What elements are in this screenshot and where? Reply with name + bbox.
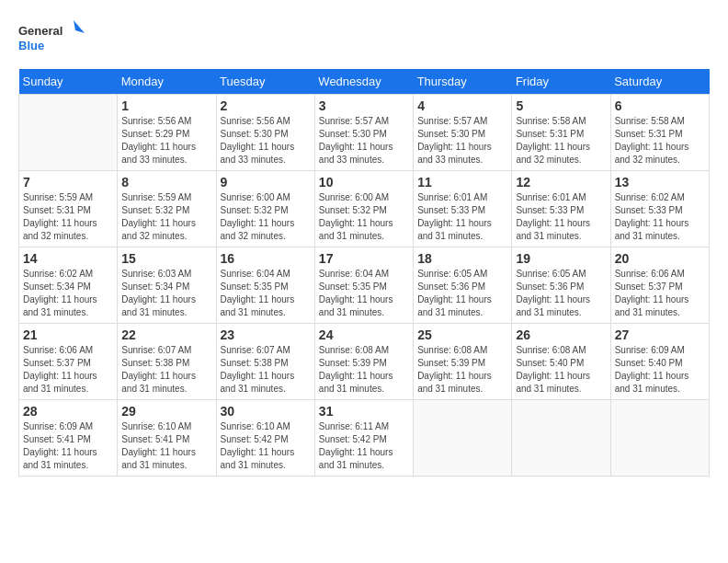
day-info: Sunrise: 6:04 AMSunset: 5:35 PMDaylight:…	[221, 268, 311, 319]
day-number: 9	[221, 175, 311, 190]
day-number: 18	[417, 251, 507, 266]
day-info: Sunrise: 6:05 AMSunset: 5:36 PMDaylight:…	[417, 268, 507, 319]
day-info: Sunrise: 5:58 AMSunset: 5:31 PMDaylight:…	[615, 115, 705, 167]
day-info: Sunrise: 6:00 AMSunset: 5:32 PMDaylight:…	[319, 191, 409, 243]
day-info: Sunrise: 6:08 AMSunset: 5:39 PMDaylight:…	[417, 344, 507, 396]
calendar-week-row: 7Sunrise: 5:59 AMSunset: 5:31 PMDaylight…	[19, 171, 710, 247]
calendar-cell: 21Sunrise: 6:06 AMSunset: 5:37 PMDayligh…	[19, 324, 118, 400]
day-number: 4	[417, 98, 507, 113]
page-header: General Blue	[18, 18, 710, 60]
day-number: 22	[121, 327, 211, 342]
svg-text:General: General	[18, 24, 63, 38]
day-info: Sunrise: 6:11 AMSunset: 5:42 PMDaylight:…	[319, 420, 409, 472]
day-number: 1	[121, 98, 211, 113]
calendar-cell: 14Sunrise: 6:02 AMSunset: 5:34 PMDayligh…	[19, 247, 118, 324]
calendar-week-row: 14Sunrise: 6:02 AMSunset: 5:34 PMDayligh…	[19, 247, 710, 324]
day-info: Sunrise: 6:10 AMSunset: 5:41 PMDaylight:…	[121, 420, 211, 472]
day-info: Sunrise: 6:07 AMSunset: 5:38 PMDaylight:…	[121, 344, 211, 396]
weekday-header-wednesday: Wednesday	[314, 69, 413, 95]
day-number: 11	[417, 175, 507, 190]
calendar-cell: 10Sunrise: 6:00 AMSunset: 5:32 PMDayligh…	[314, 171, 413, 247]
calendar-cell: 9Sunrise: 6:00 AMSunset: 5:32 PMDaylight…	[216, 171, 314, 247]
day-number: 26	[516, 327, 606, 342]
day-info: Sunrise: 6:09 AMSunset: 5:40 PMDaylight:…	[615, 344, 705, 396]
logo: General Blue	[18, 18, 92, 60]
day-info: Sunrise: 6:02 AMSunset: 5:34 PMDaylight:…	[23, 268, 113, 319]
calendar-table: SundayMondayTuesdayWednesdayThursdayFrid…	[18, 69, 710, 477]
day-number: 13	[615, 175, 705, 190]
day-info: Sunrise: 5:58 AMSunset: 5:31 PMDaylight:…	[516, 115, 606, 167]
day-info: Sunrise: 6:01 AMSunset: 5:33 PMDaylight:…	[516, 191, 606, 243]
day-number: 29	[121, 404, 211, 419]
calendar-cell: 13Sunrise: 6:02 AMSunset: 5:33 PMDayligh…	[610, 171, 709, 247]
day-info: Sunrise: 6:02 AMSunset: 5:33 PMDaylight:…	[615, 191, 705, 243]
day-number: 8	[121, 175, 211, 190]
day-info: Sunrise: 6:08 AMSunset: 5:40 PMDaylight:…	[516, 344, 606, 396]
day-number: 19	[516, 251, 606, 266]
day-number: 30	[221, 404, 311, 419]
calendar-cell: 5Sunrise: 5:58 AMSunset: 5:31 PMDaylight…	[512, 95, 610, 171]
calendar-cell: 1Sunrise: 5:56 AMSunset: 5:29 PMDaylight…	[118, 95, 216, 171]
day-number: 16	[221, 251, 311, 266]
calendar-cell: 28Sunrise: 6:09 AMSunset: 5:41 PMDayligh…	[19, 400, 118, 477]
calendar-cell: 4Sunrise: 5:57 AMSunset: 5:30 PMDaylight…	[414, 95, 512, 171]
weekday-header-thursday: Thursday	[414, 69, 512, 95]
calendar-cell: 26Sunrise: 6:08 AMSunset: 5:40 PMDayligh…	[512, 324, 610, 400]
day-number: 15	[121, 251, 211, 266]
day-info: Sunrise: 6:05 AMSunset: 5:36 PMDaylight:…	[516, 268, 606, 319]
calendar-cell: 2Sunrise: 5:56 AMSunset: 5:30 PMDaylight…	[216, 95, 314, 171]
day-info: Sunrise: 6:04 AMSunset: 5:35 PMDaylight:…	[319, 268, 409, 319]
calendar-cell: 25Sunrise: 6:08 AMSunset: 5:39 PMDayligh…	[414, 324, 512, 400]
day-info: Sunrise: 5:56 AMSunset: 5:29 PMDaylight:…	[121, 115, 211, 167]
day-info: Sunrise: 6:10 AMSunset: 5:42 PMDaylight:…	[221, 420, 311, 472]
day-number: 10	[319, 175, 409, 190]
calendar-cell: 3Sunrise: 5:57 AMSunset: 5:30 PMDaylight…	[314, 95, 413, 171]
calendar-cell	[414, 400, 512, 477]
calendar-week-row: 21Sunrise: 6:06 AMSunset: 5:37 PMDayligh…	[19, 324, 710, 400]
day-number: 7	[23, 175, 113, 190]
calendar-cell: 24Sunrise: 6:08 AMSunset: 5:39 PMDayligh…	[314, 324, 413, 400]
day-number: 25	[417, 327, 507, 342]
day-info: Sunrise: 5:57 AMSunset: 5:30 PMDaylight:…	[417, 115, 507, 167]
calendar-cell	[610, 400, 709, 477]
svg-text:Blue: Blue	[18, 39, 44, 52]
weekday-header-sunday: Sunday	[19, 69, 118, 95]
calendar-cell: 17Sunrise: 6:04 AMSunset: 5:35 PMDayligh…	[314, 247, 413, 324]
day-info: Sunrise: 6:06 AMSunset: 5:37 PMDaylight:…	[23, 344, 113, 396]
calendar-cell: 12Sunrise: 6:01 AMSunset: 5:33 PMDayligh…	[512, 171, 610, 247]
calendar-week-row: 1Sunrise: 5:56 AMSunset: 5:29 PMDaylight…	[19, 95, 710, 171]
weekday-header-friday: Friday	[512, 69, 610, 95]
calendar-cell: 6Sunrise: 5:58 AMSunset: 5:31 PMDaylight…	[610, 95, 709, 171]
day-info: Sunrise: 6:03 AMSunset: 5:34 PMDaylight:…	[121, 268, 211, 319]
day-info: Sunrise: 5:56 AMSunset: 5:30 PMDaylight:…	[221, 115, 311, 167]
day-info: Sunrise: 6:01 AMSunset: 5:33 PMDaylight:…	[417, 191, 507, 243]
calendar-cell: 11Sunrise: 6:01 AMSunset: 5:33 PMDayligh…	[414, 171, 512, 247]
calendar-cell: 23Sunrise: 6:07 AMSunset: 5:38 PMDayligh…	[216, 324, 314, 400]
day-info: Sunrise: 5:59 AMSunset: 5:31 PMDaylight:…	[23, 191, 113, 243]
calendar-cell: 27Sunrise: 6:09 AMSunset: 5:40 PMDayligh…	[610, 324, 709, 400]
calendar-cell: 29Sunrise: 6:10 AMSunset: 5:41 PMDayligh…	[118, 400, 216, 477]
day-number: 20	[615, 251, 705, 266]
weekday-header-row: SundayMondayTuesdayWednesdayThursdayFrid…	[19, 69, 710, 95]
day-number: 24	[319, 327, 409, 342]
calendar-cell: 7Sunrise: 5:59 AMSunset: 5:31 PMDaylight…	[19, 171, 118, 247]
day-info: Sunrise: 5:57 AMSunset: 5:30 PMDaylight:…	[319, 115, 409, 167]
day-info: Sunrise: 5:59 AMSunset: 5:32 PMDaylight:…	[121, 191, 211, 243]
calendar-cell: 22Sunrise: 6:07 AMSunset: 5:38 PMDayligh…	[118, 324, 216, 400]
day-number: 21	[23, 327, 113, 342]
calendar-cell: 31Sunrise: 6:11 AMSunset: 5:42 PMDayligh…	[314, 400, 413, 477]
calendar-cell: 19Sunrise: 6:05 AMSunset: 5:36 PMDayligh…	[512, 247, 610, 324]
day-number: 2	[221, 98, 311, 113]
day-number: 5	[516, 98, 606, 113]
weekday-header-saturday: Saturday	[610, 69, 709, 95]
day-number: 14	[23, 251, 113, 266]
calendar-cell: 8Sunrise: 5:59 AMSunset: 5:32 PMDaylight…	[118, 171, 216, 247]
calendar-cell: 18Sunrise: 6:05 AMSunset: 5:36 PMDayligh…	[414, 247, 512, 324]
logo-svg: General Blue	[18, 18, 92, 60]
day-number: 23	[221, 327, 311, 342]
day-number: 12	[516, 175, 606, 190]
weekday-header-tuesday: Tuesday	[216, 69, 314, 95]
day-number: 6	[615, 98, 705, 113]
day-info: Sunrise: 6:07 AMSunset: 5:38 PMDaylight:…	[221, 344, 311, 396]
day-number: 27	[615, 327, 705, 342]
